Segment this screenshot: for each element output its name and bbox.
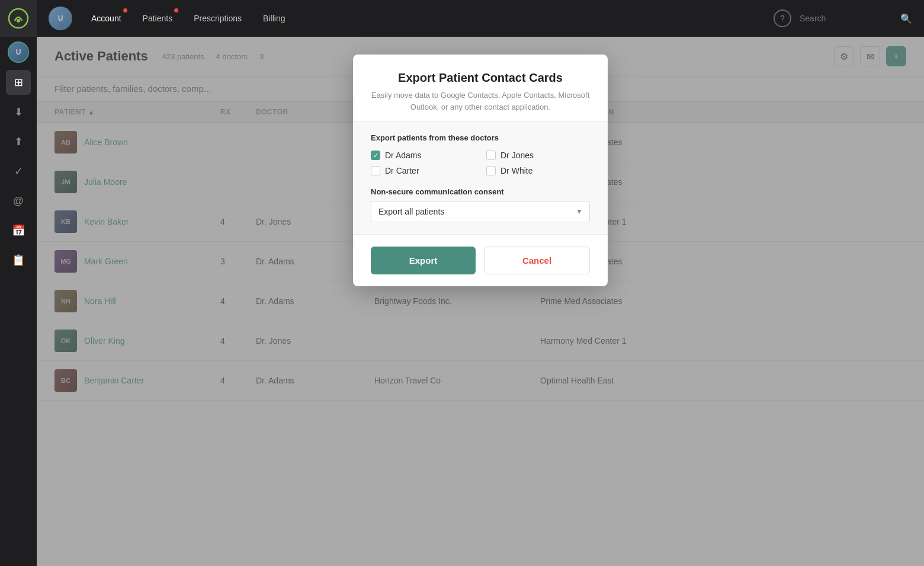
nav-patients[interactable]: Patients <box>132 0 184 37</box>
help-button[interactable]: ? <box>774 9 791 27</box>
doctor-option-dr-adams[interactable]: ✓ Dr Adams <box>371 151 474 160</box>
sidebar-item-check[interactable]: ✓ <box>6 159 31 184</box>
consent-select-wrapper: Export all patientsOnly consented patien… <box>371 201 590 222</box>
export-modal: Export Patient Contact Cards Easily move… <box>353 55 608 286</box>
modal-footer: Export Cancel <box>353 235 608 286</box>
doctor-label: Dr Carter <box>385 166 419 175</box>
nav-prescriptions[interactable]: Prescriptions <box>183 0 252 37</box>
consent-section-label: Non-secure communication consent <box>371 187 590 196</box>
doctors-section-label: Export patients from these doctors <box>371 133 590 142</box>
doctor-checkbox[interactable] <box>486 166 496 175</box>
account-notification-dot <box>123 8 127 12</box>
doctor-label: Dr Adams <box>385 151 421 160</box>
svg-point-0 <box>9 9 28 28</box>
topnav: U Account Patients Prescriptions Billing… <box>37 0 924 37</box>
search-input[interactable] <box>800 14 894 23</box>
app-logo[interactable] <box>0 0 37 37</box>
sidebar-item-dashboard[interactable]: ⊞ <box>6 70 31 95</box>
main-area: U Account Patients Prescriptions Billing… <box>37 0 924 566</box>
modal-subtitle: Easily move data to Google Contacts, App… <box>371 89 590 113</box>
modal-overlay[interactable]: Export Patient Contact Cards Easily move… <box>37 37 924 566</box>
doctor-option-dr-white[interactable]: Dr White <box>486 166 590 175</box>
modal-title: Export Patient Contact Cards <box>371 71 590 85</box>
patients-notification-dot <box>174 8 178 12</box>
doctor-checkbox[interactable]: ✓ <box>371 151 380 160</box>
doctor-checkbox[interactable] <box>486 151 496 160</box>
doctor-option-dr-carter[interactable]: Dr Carter <box>371 166 474 175</box>
modal-header: Export Patient Contact Cards Easily move… <box>353 55 608 121</box>
consent-select[interactable]: Export all patientsOnly consented patien… <box>371 201 590 222</box>
nav-billing[interactable]: Billing <box>252 0 296 37</box>
sidebar-item-mail[interactable]: @ <box>6 188 31 213</box>
nav-account[interactable]: Account <box>81 0 132 37</box>
doctor-checkbox[interactable] <box>371 166 380 175</box>
sidebar-item-upload[interactable]: ⬆ <box>6 129 31 154</box>
sidebar: U ⊞ ⬇ ⬆ ✓ @ 📅 📋 <box>0 0 37 566</box>
cancel-button[interactable]: Cancel <box>484 247 590 274</box>
doctor-label: Dr White <box>500 166 532 175</box>
doctors-grid: ✓ Dr Adams Dr Jones Dr Carter Dr White <box>371 151 590 175</box>
svg-point-1 <box>17 19 20 23</box>
doctor-option-dr-jones[interactable]: Dr Jones <box>486 151 590 160</box>
modal-body: Export patients from these doctors ✓ Dr … <box>353 121 608 235</box>
page-content: Active Patients 423 patients 4 doctors 3… <box>37 37 924 566</box>
sidebar-item-calendar[interactable]: 📅 <box>6 218 31 243</box>
export-button[interactable]: Export <box>371 247 476 274</box>
sidebar-user-avatar[interactable]: U <box>8 41 29 63</box>
doctor-label: Dr Jones <box>500 151 534 160</box>
sidebar-item-notes[interactable]: 📋 <box>6 248 31 273</box>
sidebar-item-download[interactable]: ⬇ <box>6 100 31 124</box>
topnav-user-avatar[interactable]: U <box>49 7 72 30</box>
search-icon[interactable]: 🔍 <box>900 13 912 24</box>
